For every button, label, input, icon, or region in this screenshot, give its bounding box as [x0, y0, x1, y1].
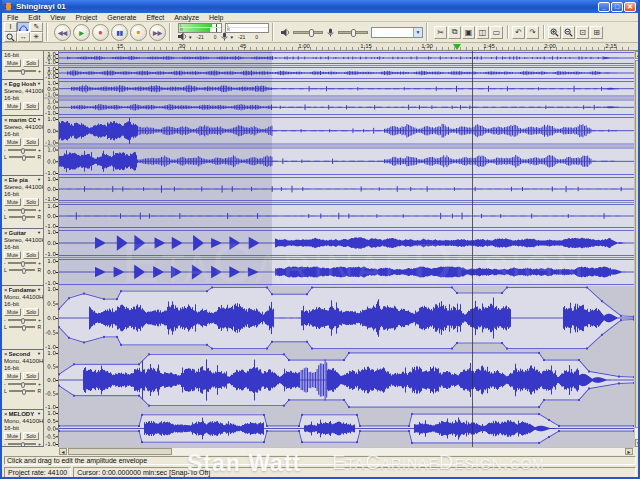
track-menu-icon[interactable]: ▼: [37, 230, 41, 236]
mute-button[interactable]: Mute: [4, 308, 21, 316]
gain-slider-thumb[interactable]: [21, 261, 25, 267]
mute-button[interactable]: Mute: [4, 59, 21, 67]
track-close-icon[interactable]: ×: [4, 412, 8, 417]
forward-button[interactable]: ▶▶: [149, 24, 166, 41]
mute-button[interactable]: Mute: [4, 102, 21, 110]
mute-button[interactable]: Mute: [4, 138, 21, 146]
pan-slider-thumb[interactable]: [22, 325, 26, 331]
pan-slider[interactable]: [9, 390, 36, 392]
track-menu-icon[interactable]: ▼: [37, 287, 41, 293]
menu-file[interactable]: File: [2, 14, 23, 21]
vertical-scrollbar[interactable]: ▲ ▼: [634, 51, 640, 447]
track-control-panel[interactable]: ×Ele pia▼Stereo, 44100Hz16-bitMuteSolo-+…: [2, 176, 44, 228]
speaker-dropdown-icon[interactable]: ▾: [189, 34, 192, 40]
zoom-in-button[interactable]: [548, 26, 561, 39]
pan-slider[interactable]: [9, 269, 36, 271]
track-menu-icon[interactable]: ▼: [37, 411, 41, 417]
solo-button[interactable]: Solo: [23, 102, 39, 110]
gain-slider[interactable]: [8, 209, 36, 211]
close-button[interactable]: ✕: [624, 2, 636, 12]
scroll-up-arrow[interactable]: ▲: [635, 51, 640, 59]
track-close-icon[interactable]: ×: [4, 288, 8, 293]
envelope-tool[interactable]: [17, 22, 30, 32]
rewind-button[interactable]: ◀◀: [54, 24, 71, 41]
menu-project[interactable]: Project: [70, 14, 102, 21]
track-menu-icon[interactable]: ▼: [37, 177, 41, 183]
track-menu-icon[interactable]: ▼: [37, 117, 41, 123]
solo-button[interactable]: Solo: [23, 372, 39, 380]
solo-button[interactable]: Solo: [23, 59, 39, 67]
track-waveform[interactable]: [44, 51, 634, 80]
solo-button[interactable]: Solo: [23, 138, 39, 146]
record-button[interactable]: ●: [92, 24, 109, 41]
track-waveform[interactable]: [44, 350, 634, 410]
timeline-ruler[interactable]: 1530451:001:151:301:452:002:15: [2, 43, 638, 51]
chevron-down-icon[interactable]: ▼: [413, 28, 422, 37]
output-level-meter[interactable]: LR: [178, 23, 222, 33]
track-close-icon[interactable]: ×: [4, 231, 8, 236]
speaker-icon[interactable]: [178, 32, 187, 42]
menu-view[interactable]: View: [45, 14, 70, 21]
mute-button[interactable]: Mute: [4, 432, 21, 440]
solo-button[interactable]: Solo: [23, 198, 39, 206]
track-close-icon[interactable]: ×: [4, 118, 8, 123]
track-control-panel[interactable]: ×Guitar▼Stereo, 44100Hz16-bitMuteSolo-+L…: [2, 229, 44, 285]
track-control-panel[interactable]: ×Fundament▼Mono, 44100Hz16-bitMuteSolo-+…: [2, 286, 44, 349]
pause-button[interactable]: ▮▮: [111, 24, 128, 41]
input-level-meter[interactable]: LR: [225, 23, 269, 33]
mute-button[interactable]: Mute: [4, 251, 21, 259]
undo-button[interactable]: ↶: [512, 26, 525, 39]
input-volume-thumb[interactable]: [351, 29, 356, 37]
play-button[interactable]: ▶: [73, 24, 90, 41]
gain-slider[interactable]: [8, 443, 36, 445]
menu-analyze[interactable]: Analyze: [169, 14, 204, 21]
pan-slider[interactable]: [9, 156, 36, 158]
mute-button[interactable]: Mute: [4, 198, 21, 206]
solo-button[interactable]: Solo: [23, 308, 39, 316]
track-control-panel[interactable]: 16-bitMuteSolo-+: [2, 51, 44, 79]
mute-button[interactable]: Mute: [4, 372, 21, 380]
track-close-icon[interactable]: ×: [4, 352, 8, 357]
selection-tool[interactable]: I: [4, 22, 17, 32]
track-control-panel[interactable]: ×Second▼Mono, 44100Hz16-bitMuteSolo-+LR: [2, 350, 44, 409]
maximize-button[interactable]: □: [611, 2, 623, 12]
redo-button[interactable]: ↷: [526, 26, 539, 39]
track-waveform[interactable]: [44, 80, 634, 116]
menu-effect[interactable]: Effect: [141, 14, 169, 21]
track-waveform[interactable]: [44, 229, 634, 286]
track-waveform[interactable]: [44, 410, 634, 447]
track-close-icon[interactable]: ×: [4, 178, 8, 183]
paste-button[interactable]: ▣: [462, 26, 475, 39]
zoom-tool[interactable]: [4, 32, 17, 42]
multi-tool[interactable]: ✳: [30, 32, 43, 42]
pan-slider[interactable]: [9, 326, 36, 328]
pan-slider-thumb[interactable]: [22, 268, 26, 274]
menu-generate[interactable]: Generate: [102, 14, 141, 21]
stop-button[interactable]: ■: [130, 24, 147, 41]
cut-button[interactable]: ✂: [434, 26, 447, 39]
timeshift-tool[interactable]: ↔: [17, 32, 30, 42]
input-volume-slider[interactable]: [338, 31, 368, 34]
fit-selection-button[interactable]: ⊡: [576, 26, 589, 39]
track-waveform[interactable]: [44, 116, 634, 176]
zoom-out-button[interactable]: [562, 26, 575, 39]
fit-project-button[interactable]: ⊞: [590, 26, 603, 39]
scroll-down-arrow[interactable]: ▼: [635, 439, 640, 447]
gain-slider[interactable]: [8, 262, 36, 264]
pan-slider-thumb[interactable]: [22, 215, 26, 221]
silence-button[interactable]: ▭: [490, 26, 503, 39]
gain-slider[interactable]: [8, 319, 36, 321]
track-control-panel[interactable]: ×MELODY▼Mono, 44100Hz16-bitMuteSolo-+: [2, 410, 44, 446]
gain-slider-thumb[interactable]: [21, 442, 25, 446]
microphone-icon[interactable]: [220, 32, 229, 42]
horizontal-scrollbar[interactable]: ◄ ►: [59, 447, 634, 455]
track-menu-icon[interactable]: ▼: [37, 351, 41, 357]
gain-slider[interactable]: [8, 70, 36, 72]
output-volume-slider[interactable]: [293, 31, 323, 34]
gain-slider-thumb[interactable]: [21, 382, 25, 388]
playback-cursor-marker[interactable]: [453, 44, 461, 50]
scroll-left-arrow[interactable]: ◄: [59, 448, 67, 455]
gain-slider-thumb[interactable]: [21, 318, 25, 324]
vertical-scroll-thumb[interactable]: [635, 60, 640, 428]
scroll-right-arrow[interactable]: ►: [625, 448, 633, 455]
